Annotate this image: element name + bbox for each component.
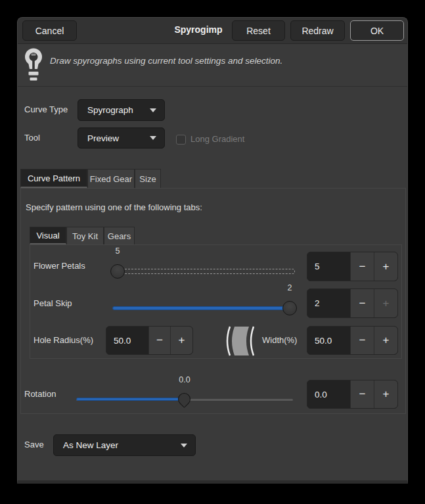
curve-type-value: Spyrograph — [87, 105, 133, 115]
width-spinbox: 50.0 − + — [307, 326, 398, 355]
flower-petals-slider-track[interactable] — [112, 269, 295, 274]
rotation-entry[interactable]: 0.0 — [307, 380, 350, 408]
flower-petals-spinbox: 5 − + — [307, 252, 398, 281]
hole-radius-label: Hole Radius(%) — [34, 334, 93, 347]
long-gradient-checkbox — [176, 135, 186, 145]
chevron-down-icon — [181, 444, 187, 447]
curve-type-label: Curve Type — [24, 103, 68, 116]
curve-pattern-tabbar: Curve Pattern Fixed Gear Size — [20, 169, 406, 188]
petal-skip-label: Petal Skip — [34, 297, 72, 310]
chevron-down-icon — [150, 108, 156, 112]
flower-petals-slider-handle[interactable] — [110, 264, 125, 279]
tab-size[interactable]: Size — [135, 169, 161, 188]
ok-button[interactable]: OK — [350, 20, 404, 41]
rotation-decrement-button[interactable]: − — [350, 380, 374, 408]
tab-fixed-gear[interactable]: Fixed Gear — [87, 169, 135, 188]
tab-gears[interactable]: Gears — [104, 227, 135, 244]
rotation-spinbox: 0.0 − + — [307, 380, 398, 409]
cancel-button[interactable]: Cancel — [22, 20, 77, 41]
tool-select[interactable]: Preview — [78, 127, 165, 149]
petal-skip-slider-handle[interactable] — [282, 301, 297, 315]
hole-radius-spinbox: 50.0 − + — [106, 326, 193, 355]
rotation-label: Rotation — [24, 388, 56, 401]
flower-petals-increment-button[interactable]: + — [374, 252, 397, 281]
pattern-tabbar: Visual Toy Kit Gears — [30, 227, 402, 244]
width-entry[interactable]: 50.0 — [307, 327, 350, 354]
petal-skip-decrement-button[interactable]: − — [350, 289, 374, 317]
save-value: As New Layer — [63, 440, 118, 450]
tab-toy-kit[interactable]: Toy Kit — [66, 227, 104, 244]
flower-petals-entry[interactable]: 5 — [307, 252, 350, 281]
width-decrement-button[interactable]: − — [350, 327, 374, 354]
chevron-down-icon — [150, 136, 156, 140]
ring-width-icon — [223, 325, 258, 357]
width-increment-button[interactable]: + — [374, 327, 397, 354]
petal-skip-spinbox: 2 − + — [307, 288, 398, 318]
rotation-slider-fill — [76, 398, 185, 401]
flower-petals-slider-value: 5 — [104, 246, 131, 256]
petal-skip-slider-value: 2 — [277, 283, 303, 293]
header-bar: Cancel Spyrogimp Reset Redraw OK — [18, 18, 407, 44]
redraw-button[interactable]: Redraw — [290, 20, 345, 41]
lightbulb-icon — [24, 48, 43, 83]
petal-skip-slider-track[interactable] — [112, 306, 295, 310]
save-label: Save — [24, 438, 44, 451]
hole-radius-decrement-button[interactable]: − — [148, 327, 170, 354]
tool-label: Tool — [24, 131, 40, 145]
reset-button[interactable]: Reset — [232, 20, 285, 41]
dialog-description: Draw spyrographs using current tool sett… — [50, 56, 282, 66]
flower-petals-label: Flower Petals — [34, 260, 85, 273]
tab-curve-pattern[interactable]: Curve Pattern — [20, 169, 87, 188]
window-title: Spyrogimp — [169, 24, 228, 35]
spyrogimp-dialog: Cancel Spyrogimp Reset Redraw OK Draw sp… — [17, 17, 408, 484]
pattern-instruction: Specify pattern using one of the followi… — [26, 201, 202, 214]
hole-radius-entry[interactable]: 50.0 — [106, 327, 148, 354]
hole-radius-increment-button[interactable]: + — [170, 327, 192, 354]
flower-petals-decrement-button[interactable]: − — [350, 252, 374, 281]
tab-visual[interactable]: Visual — [30, 227, 66, 244]
separator — [18, 86, 407, 87]
long-gradient-label: Long Gradient — [190, 133, 244, 146]
tool-value: Preview — [87, 133, 119, 143]
save-select[interactable]: As New Layer — [53, 434, 196, 456]
petal-skip-entry[interactable]: 2 — [307, 289, 350, 317]
rotation-increment-button[interactable]: + — [374, 380, 397, 408]
rotation-slider-value: 0.0 — [171, 375, 198, 385]
petal-skip-increment-button: + — [374, 289, 397, 317]
curve-type-select[interactable]: Spyrograph — [78, 99, 165, 121]
width-label: Width(%) — [262, 334, 297, 347]
